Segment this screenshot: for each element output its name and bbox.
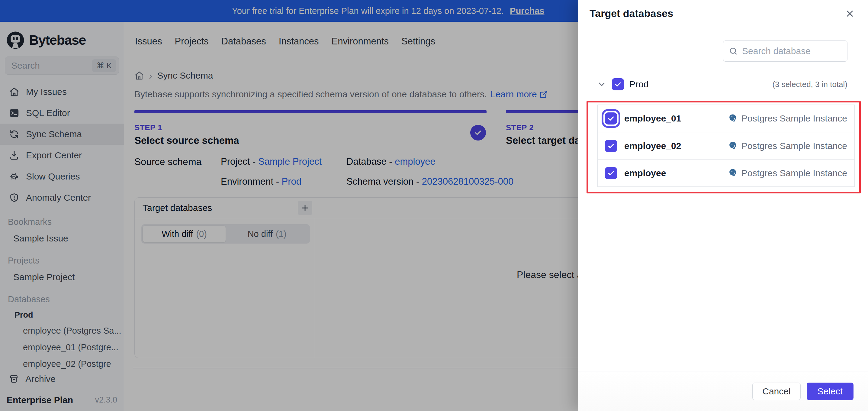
- drawer-title: Target databases: [590, 7, 673, 19]
- database-search-box[interactable]: [723, 40, 847, 62]
- cancel-button[interactable]: Cancel: [752, 383, 800, 400]
- selection-summary: (3 selected, 3 in total): [772, 80, 847, 89]
- prod-group-checkbox[interactable]: [612, 78, 624, 90]
- search-icon: [729, 47, 738, 56]
- close-icon[interactable]: [843, 7, 857, 20]
- database-search-input[interactable]: [742, 46, 842, 56]
- drawer-header: Target databases: [578, 0, 868, 27]
- prod-group-label: Prod: [629, 79, 648, 89]
- environment-group-row[interactable]: Prod: [597, 77, 648, 91]
- target-databases-drawer: Target databases Prod (3 selected, 3 in …: [578, 0, 868, 411]
- drawer-footer: Cancel Select: [578, 371, 868, 411]
- chevron-down-icon[interactable]: [597, 80, 607, 89]
- app-window: Your free trial for Enterprise Plan will…: [0, 0, 868, 411]
- select-button[interactable]: Select: [807, 383, 854, 400]
- annotation-highlight-box: [587, 101, 861, 194]
